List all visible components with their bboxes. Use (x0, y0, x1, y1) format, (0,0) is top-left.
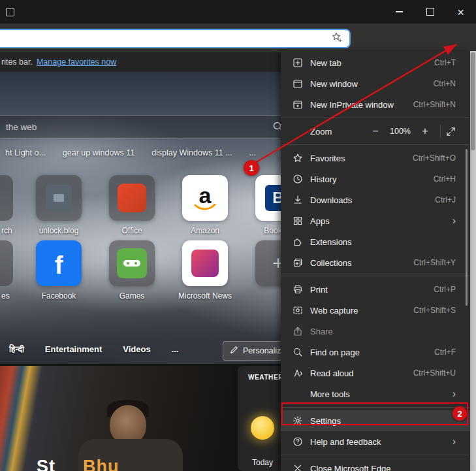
menu-item-new-tab[interactable]: New tab Ctrl+T (281, 52, 470, 73)
web-capture-icon (293, 305, 303, 316)
menu-separator (281, 115, 470, 121)
add-favorite-star-icon[interactable] (331, 31, 343, 46)
news-tabs-more-icon[interactable]: ... (172, 344, 179, 355)
menu-separator (281, 142, 470, 148)
chevron-right-icon: › (452, 436, 456, 447)
menu-item-read-aloud[interactable]: Read aloud Ctrl+Shift+U (281, 363, 470, 383)
tile-partial-left-2[interactable] (0, 240, 13, 286)
maximize-icon (426, 8, 434, 16)
tile-label: unlock.blog (39, 226, 79, 235)
close-icon: × (457, 6, 464, 18)
menu-item-help-and-feedback[interactable]: Help and feedback › (281, 431, 470, 452)
window-titlebar: × (0, 0, 476, 24)
tile-games[interactable]: Games (109, 240, 155, 300)
weather-today-label: Today (252, 458, 273, 467)
menu-item-print[interactable]: Print Ctrl+P (281, 279, 470, 300)
inprivate-icon (293, 99, 303, 110)
tile-label: rch (1, 226, 12, 235)
sun-icon (251, 416, 274, 440)
newtab-search-box[interactable]: the web (0, 115, 291, 138)
extensions-icon (293, 236, 303, 247)
suggestion-link[interactable]: gear up windows 11 (63, 148, 135, 157)
search-suggestions-row: ht Light o... gear up windows 11 display… (5, 148, 256, 157)
new-window-icon (293, 78, 303, 89)
find-icon (293, 347, 303, 357)
search-box-text: the web (6, 122, 37, 132)
chevron-right-icon: › (452, 389, 456, 399)
news-tabs-row: हिन्दी Entertainment Videos ... (9, 344, 178, 355)
tile-label: Facebook (42, 291, 76, 300)
menu-item-web-capture[interactable]: Web capture Ctrl+Shift+S (281, 300, 470, 321)
news-tab-entertainment[interactable]: Entertainment (45, 344, 102, 355)
zoom-controls: − 100% + (366, 125, 456, 138)
menu-item-history[interactable]: History Ctrl+H (281, 169, 470, 189)
tile-label: es (1, 291, 10, 300)
zoom-out-button[interactable]: − (366, 125, 385, 137)
address-bar[interactable] (0, 29, 351, 48)
menu-item-more-tools[interactable]: More tools › (281, 383, 470, 404)
page-scrollbar[interactable] (470, 51, 476, 471)
tab-favicon-placeholder (6, 8, 14, 16)
edge-browser-window: × (0, 0, 476, 471)
tiles-row-2: f Facebook Games Microsoft News + (36, 240, 301, 300)
amazon-icon: a (199, 184, 212, 206)
new-tab-icon (293, 57, 303, 68)
maximize-button[interactable] (415, 0, 445, 24)
personalize-label: Personalize (243, 346, 285, 355)
tile-amazon[interactable]: a Amazon (182, 175, 228, 235)
close-button[interactable]: × (445, 0, 476, 24)
news-tab-hindi[interactable]: हिन्दी (9, 344, 24, 355)
menu-item-favorites[interactable]: Favorites Ctrl+Shift+O (281, 148, 470, 169)
suggestion-more-icon[interactable]: ... (249, 148, 256, 157)
tile-label: Office (121, 226, 142, 235)
tile-facebook[interactable]: f Facebook (36, 240, 82, 300)
facebook-icon: f (55, 253, 63, 278)
menu-item-collections[interactable]: Collections Ctrl+Shift+Y (281, 252, 470, 273)
suggestion-link[interactable]: display Windows 11 ... (151, 148, 232, 157)
tile-office[interactable]: Office (109, 175, 155, 235)
minimize-button[interactable] (384, 0, 415, 24)
menu-scrollbar[interactable] (466, 149, 468, 306)
help-icon (293, 436, 303, 447)
tile-unlock-blog[interactable]: unlock.blog (36, 175, 82, 235)
article-headline: StBhu (37, 457, 119, 471)
tile-partial-left-1[interactable] (0, 175, 13, 221)
read-aloud-icon (293, 368, 303, 378)
chevron-right-icon: › (452, 216, 456, 226)
menu-item-downloads[interactable]: Downloads Ctrl+J (281, 189, 470, 210)
tile-microsoft-news[interactable]: Microsoft News (182, 240, 228, 300)
settings-gear-icon (293, 415, 303, 426)
amazon-smile-icon (193, 204, 217, 212)
tile-label: Games (119, 291, 145, 300)
menu-item-share[interactable]: Share (281, 321, 470, 342)
menu-item-extensions[interactable]: Extensions (281, 231, 470, 252)
menu-separator (281, 273, 470, 279)
menu-item-new-inprivate-window[interactable]: New InPrivate window Ctrl+Shift+N (281, 94, 470, 115)
pencil-icon (230, 346, 238, 356)
suggestion-link[interactable]: ht Light o... (5, 148, 46, 157)
manage-favorites-link[interactable]: Manage favorites now (37, 57, 116, 67)
menu-item-settings[interactable]: Settings (281, 410, 470, 431)
menu-separator (281, 452, 470, 458)
favorites-notice-text: rites bar. (1, 57, 33, 67)
share-icon (293, 326, 303, 336)
tile-label: Amazon (191, 226, 219, 235)
microsoft-news-icon (191, 250, 219, 277)
news-tab-videos[interactable]: Videos (123, 344, 150, 355)
zoom-in-button[interactable]: + (415, 125, 435, 137)
menu-item-find-on-page[interactable]: Find on page Ctrl+F (281, 342, 470, 363)
menu-item-new-window[interactable]: New window Ctrl+N (281, 73, 470, 94)
downloads-icon (293, 195, 303, 205)
fullscreen-button[interactable] (446, 127, 456, 137)
more-tools-icon-slot (293, 389, 303, 399)
print-icon (293, 284, 303, 295)
apps-icon (293, 216, 303, 226)
news-article-image[interactable]: StBhu (0, 366, 232, 471)
menu-item-apps[interactable]: Apps › (281, 210, 470, 231)
office-icon (118, 184, 146, 212)
menu-item-close-microsoft-edge[interactable]: Close Microsoft Edge (281, 458, 470, 471)
page-scrollbar-thumb[interactable] (471, 52, 475, 150)
close-edge-icon (293, 463, 303, 471)
menu-item-zoom: Zoom − 100% + (281, 121, 470, 142)
annotation-step-2: 2 (452, 406, 467, 421)
